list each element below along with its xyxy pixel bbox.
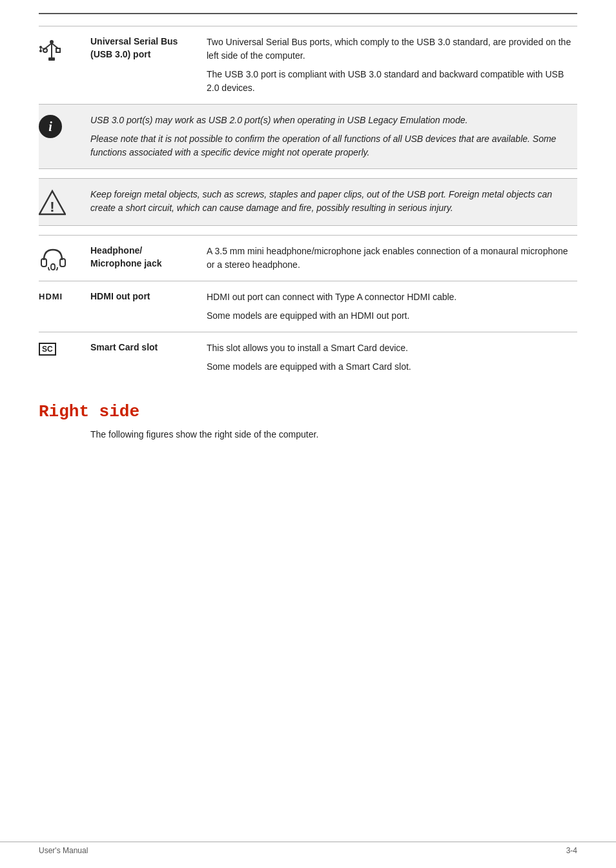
info-icon: i: [39, 115, 62, 138]
smartcard-feature-row: SC Smart Card slot This slot allows you …: [39, 332, 577, 383]
sc-label: Smart Card slot: [90, 341, 207, 354]
warn-icon-cell: !: [39, 188, 90, 216]
page-container: Universal Serial Bus (USB 3.0) port Two …: [0, 0, 616, 480]
headphone-desc: A 3.5 mm mini headphone/microphone jack …: [207, 245, 577, 272]
top-border: [39, 13, 577, 14]
usb-icon-cell: [39, 35, 90, 63]
sc-desc: This slot allows you to install a Smart …: [207, 341, 577, 374]
hdmi-desc-1: HDMI out port can connect with Type A co…: [207, 290, 577, 304]
hdmi-logo: HDMI: [39, 292, 63, 301]
sc-desc-2: Some models are equipped with a Smart Ca…: [207, 360, 577, 374]
svg-rect-4: [56, 48, 60, 52]
page-footer: User's Manual 3-4: [0, 842, 616, 855]
note-content: USB 3.0 port(s) may work as USB 2.0 port…: [90, 114, 577, 159]
sc-icon-cell: SC: [39, 341, 90, 356]
hdmi-icon-cell: HDMI: [39, 290, 90, 301]
svg-line-1: [45, 43, 52, 48]
hdmi-label-line1: HDMI out port: [90, 291, 150, 301]
usb-label-line1: Universal Serial Bus: [90, 36, 178, 46]
footer-right: 3-4: [566, 846, 577, 855]
note-icon-cell: i: [39, 114, 90, 138]
note-line-1: USB 3.0 port(s) may work as USB 2.0 port…: [90, 114, 577, 127]
usb-label: Universal Serial Bus (USB 3.0) port: [90, 35, 207, 61]
headphone-feature-row: Headphone/ Microphone jack A 3.5 mm mini…: [39, 235, 577, 281]
note-line-2: Please note that it is not possible to c…: [90, 132, 577, 159]
svg-point-8: [39, 50, 42, 52]
svg-point-5: [50, 40, 54, 44]
hdmi-feature-row: HDMI HDMI out port HDMI out port can con…: [39, 281, 577, 332]
headphone-label: Headphone/ Microphone jack: [90, 245, 207, 270]
svg-line-2: [52, 43, 58, 48]
svg-text:!: !: [50, 199, 54, 215]
headphone-label-line1: Headphone/: [90, 245, 142, 256]
warn-text: Keep foreign metal objects, such as scre…: [90, 189, 552, 213]
right-side-heading: Right side: [39, 402, 577, 421]
right-side-intro: The following figures show the right sid…: [90, 428, 577, 441]
usb-desc: Two Universal Serial Bus ports, which co…: [207, 35, 577, 95]
usb-feature-row: Universal Serial Bus (USB 3.0) port Two …: [39, 26, 577, 104]
svg-rect-6: [48, 57, 55, 61]
note-box: i USB 3.0 port(s) may work as USB 2.0 po…: [39, 104, 577, 169]
headphone-desc-1: A 3.5 mm mini headphone/microphone jack …: [207, 245, 577, 272]
warning-icon: !: [39, 189, 66, 216]
hdmi-desc: HDMI out port can connect with Type A co…: [207, 290, 577, 323]
usb-desc-2: The USB 3.0 port is compliant with USB 3…: [207, 68, 577, 95]
sc-icon: SC: [39, 343, 56, 356]
usb-desc-1: Two Universal Serial Bus ports, which co…: [207, 35, 577, 63]
right-side-section: Right side The following figures show th…: [39, 402, 577, 441]
usb-label-line2: (USB 3.0) port: [90, 49, 150, 59]
warn-box: ! Keep foreign metal objects, such as sc…: [39, 178, 577, 226]
headphone-icon: [39, 246, 68, 270]
hdmi-label: HDMI out port: [90, 290, 207, 303]
hdmi-desc-2: Some models are equipped with an HDMI ou…: [207, 309, 577, 323]
usb-icon: [39, 37, 65, 63]
sc-desc-1: This slot allows you to install a Smart …: [207, 341, 577, 355]
warn-content: Keep foreign metal objects, such as scre…: [90, 188, 577, 215]
svg-rect-15: [51, 264, 55, 270]
headphone-icon-cell: [39, 245, 90, 270]
footer-left: User's Manual: [39, 846, 88, 855]
headphone-label-line2: Microphone jack: [90, 258, 161, 268]
sc-label-line1: Smart Card slot: [90, 342, 158, 352]
